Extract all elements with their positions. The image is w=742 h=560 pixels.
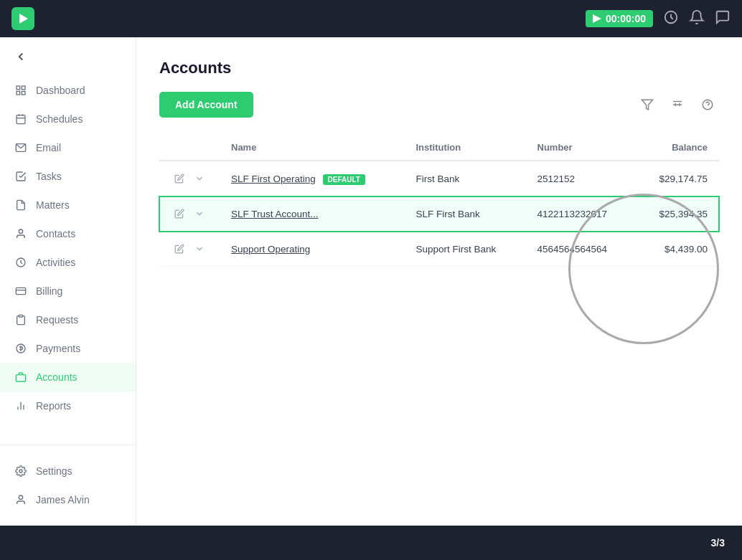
app-logo[interactable] bbox=[11, 7, 34, 30]
svg-point-12 bbox=[19, 229, 22, 233]
table-row: SLF First Operating Default First Bank 2… bbox=[159, 161, 719, 196]
activities-label: Activities bbox=[36, 257, 75, 268]
reports-label: Reports bbox=[36, 400, 71, 412]
account-name-cell: Support Operating bbox=[220, 232, 404, 267]
number-cell: 2512152 bbox=[526, 161, 635, 196]
svg-marker-24 bbox=[642, 100, 653, 110]
svg-rect-5 bbox=[17, 91, 20, 95]
payments-label: Payments bbox=[36, 343, 80, 354]
row-actions-cell bbox=[159, 196, 220, 232]
tasks-icon bbox=[14, 170, 27, 183]
svg-rect-14 bbox=[16, 288, 25, 294]
account-name-link[interactable]: Support Operating bbox=[231, 244, 310, 255]
sidebar-bottom: Settings James Alvin bbox=[0, 445, 136, 526]
content-area: Accounts Add Account Name Ins bbox=[136, 37, 742, 526]
number-cell: 4122113232017 bbox=[526, 196, 635, 232]
requests-label: Requests bbox=[36, 314, 78, 326]
account-name-link[interactable]: SLF First Operating bbox=[231, 174, 316, 184]
payments-icon bbox=[14, 342, 27, 355]
back-button[interactable] bbox=[0, 37, 136, 73]
sidebar-item-user[interactable]: James Alvin bbox=[0, 485, 136, 514]
sidebar-item-settings[interactable]: Settings bbox=[0, 457, 136, 485]
pagination-display: 3/3 bbox=[711, 537, 725, 549]
sidebar-item-contacts[interactable]: Contacts bbox=[0, 219, 136, 248]
svg-rect-6 bbox=[22, 91, 25, 95]
sidebar-item-reports[interactable]: Reports bbox=[0, 391, 136, 420]
default-badge: Default bbox=[323, 174, 365, 185]
sidebar-item-billing[interactable]: Billing bbox=[0, 277, 136, 305]
toolbar: Add Account bbox=[159, 92, 719, 118]
row-edit-button[interactable] bbox=[171, 170, 188, 187]
account-name-cell: SLF First Operating Default bbox=[220, 161, 404, 196]
svg-rect-4 bbox=[22, 86, 25, 90]
columns-button[interactable] bbox=[666, 93, 689, 116]
sidebar-item-matters[interactable]: Matters bbox=[0, 191, 136, 219]
balance-cell: $25,394.35 bbox=[635, 196, 719, 232]
play-button[interactable]: 00:00:00 bbox=[586, 10, 653, 27]
svg-rect-18 bbox=[16, 375, 25, 381]
activities-icon bbox=[14, 256, 27, 269]
institution-cell: SLF First Bank bbox=[404, 196, 525, 232]
sidebar-item-email[interactable]: Email bbox=[0, 133, 136, 162]
accounts-icon bbox=[14, 371, 27, 384]
balance-cell: $4,439.00 bbox=[635, 232, 719, 267]
bell-icon[interactable] bbox=[689, 9, 705, 29]
contacts-icon bbox=[14, 227, 27, 240]
col-actions-header bbox=[159, 135, 220, 161]
col-balance-header: Balance bbox=[635, 135, 719, 161]
help-button[interactable] bbox=[696, 93, 719, 116]
row-actions-cell bbox=[159, 232, 220, 267]
row-expand-button[interactable] bbox=[191, 170, 208, 187]
row-expand-button[interactable] bbox=[191, 240, 208, 257]
accounts-table: Name Institution Number Balance bbox=[159, 135, 719, 267]
institution-cell: Support First Bank bbox=[404, 232, 525, 267]
topbar-left bbox=[11, 7, 34, 30]
row-edit-button[interactable] bbox=[171, 205, 188, 222]
svg-rect-16 bbox=[19, 315, 22, 317]
user-name-label: James Alvin bbox=[36, 494, 90, 506]
filter-button[interactable] bbox=[636, 93, 659, 116]
user-icon bbox=[14, 493, 27, 506]
sidebar-item-tasks[interactable]: Tasks bbox=[0, 162, 136, 191]
sidebar-item-accounts[interactable]: Accounts bbox=[0, 363, 136, 391]
col-number-header: Number bbox=[526, 135, 635, 161]
svg-rect-7 bbox=[17, 115, 25, 124]
sidebar-item-requests[interactable]: Requests bbox=[0, 305, 136, 334]
account-name-cell: SLF Trust Account... bbox=[220, 196, 404, 232]
number-cell: 4564564564564 bbox=[526, 232, 635, 267]
schedules-label: Schedules bbox=[36, 113, 83, 125]
svg-point-22 bbox=[19, 470, 22, 473]
topbar-right: 00:00:00 bbox=[586, 9, 731, 29]
svg-point-23 bbox=[19, 495, 22, 499]
settings-icon bbox=[14, 465, 27, 478]
dashboard-label: Dashboard bbox=[36, 85, 85, 96]
table-row: Support Operating Support First Bank 456… bbox=[159, 232, 719, 267]
clock-icon[interactable] bbox=[663, 9, 679, 29]
row-edit-button[interactable] bbox=[171, 240, 188, 257]
balance-cell: $29,174.75 bbox=[635, 161, 719, 196]
col-institution-header: Institution bbox=[404, 135, 525, 161]
svg-rect-3 bbox=[17, 86, 20, 90]
contacts-label: Contacts bbox=[36, 228, 75, 239]
institution-cell: First Bank bbox=[404, 161, 525, 196]
add-account-button[interactable]: Add Account bbox=[159, 92, 253, 118]
sidebar-item-schedules[interactable]: Schedules bbox=[0, 105, 136, 133]
billing-icon bbox=[14, 285, 27, 298]
matters-label: Matters bbox=[36, 199, 70, 211]
dashboard-icon bbox=[14, 84, 27, 97]
sidebar-item-dashboard[interactable]: Dashboard bbox=[0, 76, 136, 105]
account-name-link[interactable]: SLF Trust Account... bbox=[231, 209, 319, 219]
email-icon bbox=[14, 141, 27, 154]
row-expand-button[interactable] bbox=[191, 205, 208, 222]
timer-display: 00:00:00 bbox=[606, 13, 646, 24]
col-name-header: Name bbox=[220, 135, 404, 161]
reports-icon bbox=[14, 399, 27, 412]
accounts-label: Accounts bbox=[36, 371, 78, 383]
sidebar-item-activities[interactable]: Activities bbox=[0, 248, 136, 277]
chat-icon[interactable] bbox=[715, 9, 731, 29]
sidebar-nav: Dashboard Schedules Email bbox=[0, 73, 136, 445]
sidebar-item-payments[interactable]: Payments bbox=[0, 334, 136, 363]
main-layout: Dashboard Schedules Email bbox=[0, 37, 742, 526]
settings-label: Settings bbox=[36, 465, 72, 477]
footer-bar: 3/3 bbox=[0, 526, 742, 560]
